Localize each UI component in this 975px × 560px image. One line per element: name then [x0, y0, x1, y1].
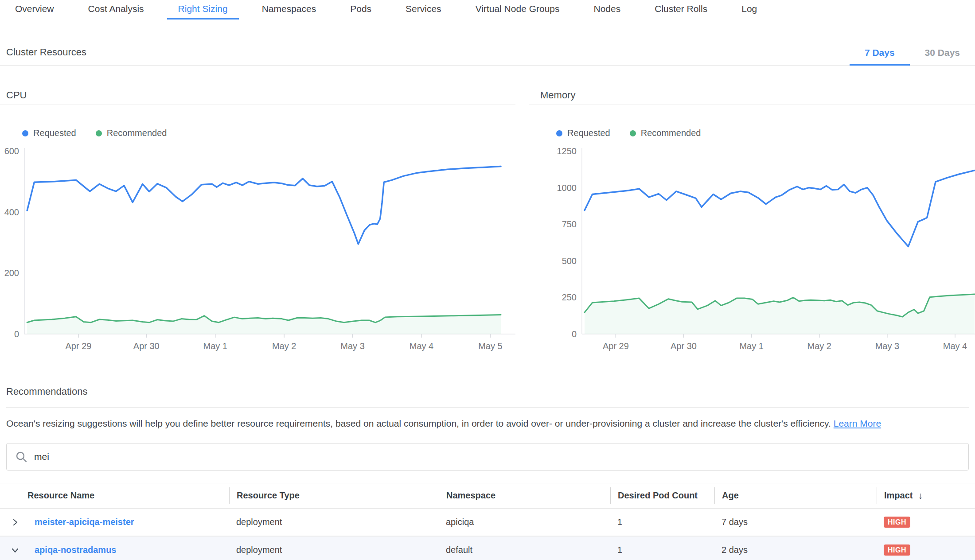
svg-text:600: 600	[4, 146, 19, 156]
resource-name-link[interactable]: apiqa-nostradamus	[35, 545, 116, 555]
period-toggle: 7 Days 30 Days	[850, 47, 975, 65]
svg-text:May 2: May 2	[272, 341, 296, 351]
resource-type-cell: deployment	[229, 517, 439, 527]
header-resource-type[interactable]: Resource Type	[229, 487, 439, 504]
tab-cost-analysis[interactable]: Cost Analysis	[77, 0, 155, 19]
tab-right-sizing[interactable]: Right Sizing	[167, 0, 239, 19]
tab-overview[interactable]: Overview	[4, 0, 65, 19]
recommendations-description: Ocean's resizing suggestions will help y…	[6, 418, 969, 429]
table-row: apiqa-nostradamus deployment default 1 2…	[0, 537, 975, 560]
requested-dot-icon	[22, 130, 28, 136]
tab-namespaces[interactable]: Namespaces	[251, 0, 328, 19]
age-cell: 7 days	[714, 517, 877, 527]
table-header-row: Resource Name Resource Type Namespace De…	[0, 483, 975, 509]
chevron-right-icon	[11, 518, 20, 527]
cluster-resources-header: Cluster Resources 7 Days 30 Days	[0, 19, 975, 66]
svg-text:May 1: May 1	[203, 341, 227, 351]
svg-text:Apr 29: Apr 29	[66, 341, 92, 351]
impact-badge: HIGH	[884, 544, 910, 556]
header-namespace[interactable]: Namespace	[439, 487, 610, 504]
sort-desc-icon[interactable]: ↓	[918, 490, 923, 501]
tab-nodes[interactable]: Nodes	[583, 0, 632, 19]
page-title: Cluster Resources	[6, 47, 86, 65]
svg-text:0: 0	[14, 329, 19, 339]
header-age[interactable]: Age	[714, 487, 877, 504]
legend-label: Recommended	[641, 128, 701, 138]
svg-text:May 1: May 1	[739, 341, 763, 351]
tab-log[interactable]: Log	[730, 0, 768, 19]
svg-text:400: 400	[4, 207, 19, 217]
memory-chart: 025050075010001250Apr 29Apr 30May 1May 2…	[529, 144, 975, 355]
impact-badge: HIGH	[884, 517, 910, 528]
impact-cell: HIGH	[877, 517, 975, 528]
cpu-chart-panel: CPU Requested Recommended 0200400600Apr …	[0, 66, 515, 355]
svg-text:1000: 1000	[557, 183, 577, 193]
svg-text:May 2: May 2	[807, 341, 831, 351]
recommendations-title: Recommendations	[6, 386, 969, 408]
recommended-dot-icon	[96, 130, 102, 136]
tab-services[interactable]: Services	[394, 0, 452, 19]
header-desired-pod-count[interactable]: Desired Pod Count	[610, 487, 714, 504]
svg-text:0: 0	[572, 329, 577, 339]
row-expander[interactable]	[6, 518, 27, 527]
memory-chart-panel: Memory Requested Recommended 02505007501…	[529, 66, 975, 355]
learn-more-link[interactable]: Learn More	[834, 418, 881, 428]
legend-item-recommended[interactable]: Recommended	[96, 128, 167, 138]
svg-text:May 5: May 5	[478, 341, 502, 351]
period-7-days[interactable]: 7 Days	[850, 47, 910, 66]
charts-row: CPU Requested Recommended 0200400600Apr …	[0, 66, 975, 355]
age-cell: 2 days	[714, 545, 877, 555]
cpu-chart-title: CPU	[0, 89, 515, 105]
svg-text:May 4: May 4	[410, 341, 433, 351]
resource-name-cell: meister-apiciqa-meister	[27, 517, 229, 527]
search-input[interactable]	[34, 451, 960, 462]
namespace-cell: apiciqa	[439, 517, 610, 527]
svg-text:Apr 30: Apr 30	[671, 341, 697, 351]
row-expander[interactable]	[6, 546, 27, 555]
tab-cluster-rolls[interactable]: Cluster Rolls	[644, 0, 718, 19]
recommendations-table: Resource Name Resource Type Namespace De…	[0, 483, 975, 560]
memory-chart-legend: Requested Recommended	[556, 128, 975, 138]
header-impact-label: Impact	[884, 490, 913, 501]
header-impact[interactable]: Impact ↓	[877, 487, 975, 504]
svg-text:May 3: May 3	[340, 341, 364, 351]
namespace-cell: default	[439, 545, 610, 555]
table-row: meister-apiciqa-meister deployment apici…	[0, 509, 975, 537]
pod-count-cell: 1	[610, 517, 714, 527]
legend-item-recommended[interactable]: Recommended	[630, 128, 701, 138]
legend-label: Requested	[567, 128, 610, 138]
svg-text:May 3: May 3	[875, 341, 899, 351]
resource-type-cell: deployment	[229, 545, 439, 555]
header-resource-name[interactable]: Resource Name	[27, 487, 229, 504]
search-box	[6, 443, 969, 471]
tab-virtual-node-groups[interactable]: Virtual Node Groups	[464, 0, 571, 19]
top-nav: Overview Cost Analysis Right Sizing Name…	[0, 0, 975, 19]
legend-item-requested[interactable]: Requested	[22, 128, 76, 138]
memory-chart-title: Memory	[529, 89, 975, 105]
search-icon	[15, 450, 28, 463]
resource-name-cell: apiqa-nostradamus	[27, 545, 229, 555]
svg-text:200: 200	[4, 268, 19, 278]
resource-name-link[interactable]: meister-apiciqa-meister	[35, 517, 134, 527]
recommendations-text: Ocean's resizing suggestions will help y…	[6, 418, 831, 428]
svg-text:1250: 1250	[557, 146, 577, 156]
svg-text:Apr 30: Apr 30	[133, 341, 160, 351]
requested-dot-icon	[556, 130, 562, 136]
period-30-days[interactable]: 30 Days	[910, 47, 975, 66]
cpu-chart-legend: Requested Recommended	[22, 128, 515, 138]
recommended-dot-icon	[630, 130, 636, 136]
svg-text:250: 250	[562, 292, 577, 302]
pod-count-cell: 1	[610, 545, 714, 555]
chevron-down-icon	[11, 546, 20, 555]
svg-text:Apr 29: Apr 29	[603, 341, 629, 351]
legend-label: Recommended	[107, 128, 167, 138]
tab-pods[interactable]: Pods	[339, 0, 382, 19]
header-expander	[6, 487, 27, 504]
legend-item-requested[interactable]: Requested	[556, 128, 610, 138]
cpu-chart: 0200400600Apr 29Apr 30May 1May 2May 3May…	[0, 144, 515, 355]
svg-text:May 4: May 4	[943, 341, 967, 351]
impact-cell: HIGH	[877, 544, 975, 556]
svg-text:500: 500	[562, 256, 577, 266]
svg-text:750: 750	[562, 219, 577, 229]
legend-label: Requested	[33, 128, 76, 138]
